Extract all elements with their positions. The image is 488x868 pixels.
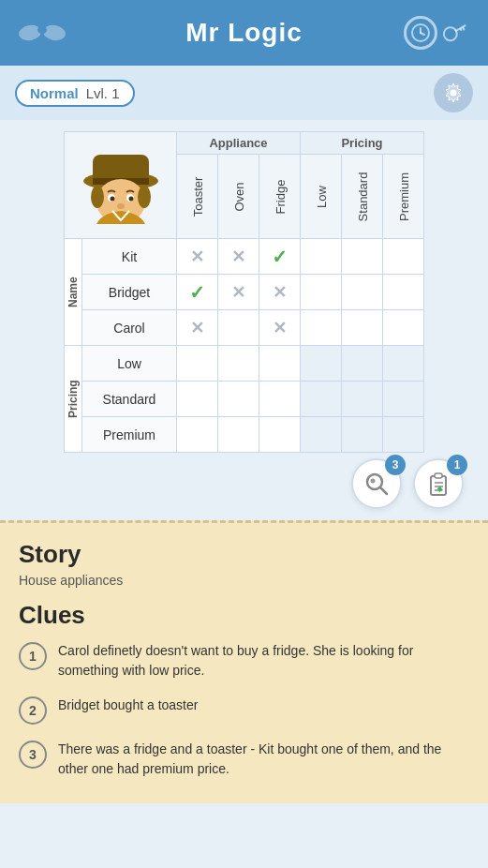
svg-point-6 <box>441 25 459 43</box>
svg-point-0 <box>19 23 42 42</box>
col-oven: Oven <box>218 155 259 239</box>
pricing-group-header: Pricing <box>65 346 82 453</box>
table-row: Carol ✕ ✕ <box>65 310 424 346</box>
cell-carol-fridge[interactable]: ✕ <box>259 310 301 346</box>
cell-low-toaster[interactable] <box>177 346 218 382</box>
cell-kit-premium[interactable] <box>383 239 424 275</box>
cell-low-premium <box>383 346 424 382</box>
level-mode: Normal <box>30 85 79 101</box>
clock-icon <box>404 16 437 50</box>
svg-line-23 <box>380 487 387 494</box>
cell-premium-toaster[interactable] <box>177 417 218 453</box>
cell-carol-oven[interactable] <box>218 310 259 346</box>
cell-kit-low[interactable] <box>301 239 342 275</box>
cell-standard-oven[interactable] <box>218 382 259 417</box>
svg-rect-25 <box>431 476 446 495</box>
table-row: Bridget ✓ ✕ ✕ <box>65 275 424 310</box>
table-row: Premium <box>65 417 424 453</box>
puzzle-table: Appliance Pricing Toaster Oven Fridge <box>64 131 424 453</box>
clue-2: 2 Bridget bought a toaster <box>19 696 469 725</box>
svg-line-5 <box>421 33 424 35</box>
svg-line-8 <box>463 27 465 30</box>
cell-kit-fridge[interactable]: ✓ <box>259 239 301 275</box>
clipboard-button[interactable]: 1 <box>413 458 464 509</box>
svg-point-21 <box>117 203 125 209</box>
cell-low-oven[interactable] <box>218 346 259 382</box>
clues-title: Clues <box>19 601 469 630</box>
key-icon <box>438 16 473 51</box>
clue-text-3: There was a fridge and a toaster - Kit b… <box>58 740 469 779</box>
clue-text-2: Bridget bought a toaster <box>58 696 198 715</box>
clue-1: 1 Carol definetly doesn't want to buy a … <box>19 641 469 681</box>
clipboard-badge: 1 <box>447 455 467 475</box>
cell-premium-premium <box>383 417 424 453</box>
svg-line-9 <box>460 28 462 31</box>
clue-number-1: 1 <box>19 642 47 670</box>
col-low: Low <box>301 155 342 239</box>
clue-number-3: 3 <box>19 741 47 769</box>
cell-bridget-fridge[interactable]: ✕ <box>259 275 301 310</box>
story-title: Story <box>19 540 469 569</box>
svg-point-1 <box>42 23 66 42</box>
settings-button[interactable] <box>434 73 473 112</box>
cell-bridget-oven[interactable]: ✕ <box>218 275 259 310</box>
level-bar: Normal Lvl. 1 <box>0 66 488 120</box>
cell-kit-toaster[interactable]: ✕ <box>177 239 218 275</box>
clue-number-2: 2 <box>19 696 47 725</box>
svg-rect-26 <box>435 473 442 478</box>
cell-standard-standard <box>342 382 383 417</box>
magnify-button[interactable]: 3 <box>351 458 402 509</box>
row-bridget: Bridget <box>82 275 177 310</box>
cell-premium-fridge[interactable] <box>259 417 301 453</box>
svg-point-24 <box>371 479 376 484</box>
row-low: Low <box>82 346 177 382</box>
table-row: Name Kit ✕ ✕ ✓ <box>65 239 424 275</box>
cell-kit-oven[interactable]: ✕ <box>218 239 259 275</box>
row-kit: Kit <box>82 239 177 275</box>
level-badge: Normal Lvl. 1 <box>15 80 135 107</box>
mustache-icon <box>19 16 66 51</box>
pricing-label: Pricing <box>67 362 80 437</box>
cell-carol-toaster[interactable]: ✕ <box>177 310 218 346</box>
cell-standard-fridge[interactable] <box>259 382 301 417</box>
cell-bridget-standard[interactable] <box>342 275 383 310</box>
avatar <box>65 132 176 238</box>
story-section: Story House appliances Clues 1 Carol def… <box>0 520 488 803</box>
cell-premium-low <box>301 417 342 453</box>
cell-bridget-low[interactable] <box>301 275 342 310</box>
cell-bridget-premium[interactable] <box>383 275 424 310</box>
header: Mr Logic <box>0 0 488 66</box>
cell-standard-toaster[interactable] <box>177 382 218 417</box>
appliance-header: Appliance <box>177 132 301 155</box>
pricing-header: Pricing <box>301 132 424 155</box>
cell-standard-low <box>301 382 342 417</box>
row-premium: Premium <box>82 417 177 453</box>
name-group-header: Name <box>65 239 82 346</box>
cell-bridget-toaster[interactable]: ✓ <box>177 275 218 310</box>
clue-text-1: Carol definetly doesn't want to buy a fr… <box>58 641 469 681</box>
level-number: Lvl. 1 <box>86 85 120 101</box>
cell-low-low <box>301 346 342 382</box>
svg-point-16 <box>138 186 151 208</box>
table-row: Standard <box>65 382 424 417</box>
puzzle-table-wrapper: Appliance Pricing Toaster Oven Fridge <box>15 131 473 453</box>
cell-premium-oven[interactable] <box>218 417 259 453</box>
header-icons <box>404 16 469 50</box>
row-carol: Carol <box>82 310 177 346</box>
svg-point-20 <box>128 197 133 202</box>
cell-carol-premium[interactable] <box>383 310 424 346</box>
cell-standard-premium <box>383 382 424 417</box>
svg-point-15 <box>91 186 104 208</box>
puzzle-area: Appliance Pricing Toaster Oven Fridge <box>0 120 488 520</box>
col-standard: Standard <box>342 155 383 239</box>
header-title: Mr Logic <box>185 18 303 48</box>
cell-carol-standard[interactable] <box>342 310 383 346</box>
name-label: Name <box>67 255 80 330</box>
cell-low-fridge[interactable] <box>259 346 301 382</box>
svg-point-19 <box>110 197 114 202</box>
cell-carol-low[interactable] <box>301 310 342 346</box>
avatar-cell <box>65 132 177 239</box>
col-premium: Premium <box>383 155 424 239</box>
col-toaster: Toaster <box>177 155 218 239</box>
cell-kit-standard[interactable] <box>342 239 383 275</box>
